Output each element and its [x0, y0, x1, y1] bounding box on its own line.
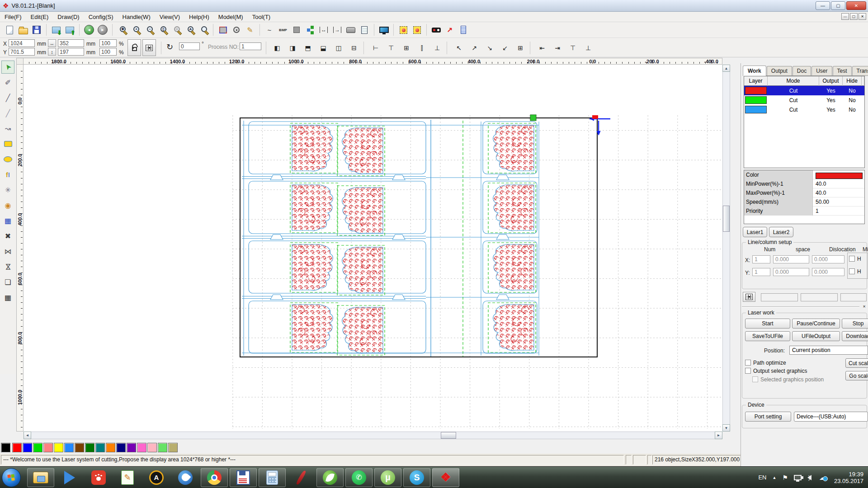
palette-color[interactable]	[23, 443, 32, 452]
palette-color[interactable]	[127, 443, 136, 452]
preview-icon[interactable]	[377, 23, 391, 36]
skype-icon[interactable]: S	[403, 468, 430, 487]
y-scale-field[interactable]: 100	[99, 48, 117, 56]
no-color-button[interactable]	[1, 443, 10, 452]
array-copy-tool-icon[interactable]: ▦	[1, 291, 14, 304]
position-combo[interactable]: Current position	[789, 346, 868, 355]
rect-tool-icon[interactable]	[1, 137, 14, 150]
tab-work[interactable]: Work	[743, 66, 766, 76]
undo-icon[interactable]: ◄	[82, 23, 96, 36]
zoom-page-icon[interactable]: ▯	[156, 23, 170, 36]
layer-row-0[interactable]: CutYesNo	[744, 86, 864, 95]
polyline-tool-icon[interactable]: ╱	[1, 107, 14, 120]
tray-expand-icon[interactable]: ▲	[772, 475, 776, 480]
select-rect-icon[interactable]	[216, 23, 230, 36]
menu-item-tool[interactable]: Tool(T)	[248, 12, 275, 22]
param-row[interactable]: Priority1	[744, 206, 864, 216]
swap-height-button[interactable]: ↕	[48, 48, 56, 56]
machine-icon[interactable]	[344, 23, 358, 36]
redo-icon[interactable]: ►	[96, 23, 109, 36]
align-left-icon[interactable]: ◧	[271, 42, 283, 53]
save-file-icon[interactable]	[30, 23, 43, 36]
x-space-field[interactable]: 0.000	[773, 255, 809, 263]
flat-field-1[interactable]	[761, 293, 798, 301]
x-mirror-checkbox[interactable]	[849, 256, 855, 262]
close-button[interactable]: ✕	[846, 1, 866, 10]
param-row[interactable]: MaxPower(%)-140.0	[744, 188, 864, 197]
dock-left-icon[interactable]: ⇤	[536, 42, 548, 53]
design-canvas[interactable]	[24, 65, 722, 432]
mdi-restore-button[interactable]: ▢	[850, 13, 858, 20]
ellipse-tool-icon[interactable]	[1, 153, 14, 166]
flat-field-2[interactable]	[801, 293, 838, 301]
start-button[interactable]	[2, 468, 21, 487]
palette-color[interactable]	[95, 443, 105, 452]
param-row[interactable]: Speed(mm/s)50.00	[744, 197, 864, 206]
distribute-v-icon[interactable]: ⊥	[431, 42, 443, 53]
move-center-icon[interactable]: ⊞	[514, 42, 526, 53]
align-right-icon[interactable]: ◨	[287, 42, 298, 53]
menu-item-view[interactable]: View(V)	[155, 12, 184, 22]
menu-item-model[interactable]: Model(M)	[214, 12, 248, 22]
new-file-icon[interactable]	[3, 23, 16, 36]
x-position-field[interactable]: 1024	[9, 39, 35, 47]
align-bottom-icon[interactable]: ⬓	[317, 42, 329, 53]
cut-scale-button[interactable]: Cut scale	[845, 358, 868, 368]
palette-color[interactable]	[106, 443, 115, 452]
node-edit-tool-icon[interactable]: ✐	[1, 76, 14, 89]
rdworks-icon[interactable]: ❖	[432, 468, 459, 487]
measure-icon[interactable]	[457, 23, 470, 36]
save-manager-icon[interactable]	[230, 468, 257, 487]
save-to-ufile-button[interactable]: SaveToUFile	[745, 331, 790, 341]
gom-player-icon[interactable]	[85, 468, 112, 487]
same-height-icon[interactable]: ⊤	[385, 42, 397, 53]
delete-tool-icon[interactable]: ✖	[1, 230, 14, 243]
tab-user[interactable]: User	[811, 66, 832, 75]
rotate-icon[interactable]: ↻	[166, 42, 173, 52]
laser-pointer-icon[interactable]: ↗	[443, 23, 457, 36]
start-button[interactable]: Start	[745, 319, 790, 328]
align-center-icon[interactable]: ◫	[333, 42, 344, 53]
same-size-icon[interactable]: ⊞	[401, 42, 412, 53]
same-width-icon[interactable]: ⊢	[370, 42, 382, 53]
chrome-icon[interactable]	[201, 468, 228, 487]
point-tool-icon[interactable]: ✳	[1, 183, 14, 197]
action-center-flag-icon[interactable]: ⚑	[782, 474, 788, 481]
move-topleft-icon[interactable]: ↖	[453, 42, 465, 53]
menu-item-edit[interactable]: Edit(E)	[26, 12, 53, 22]
mirror-v-tool-icon[interactable]: ⋈	[1, 260, 14, 273]
layer-row-1[interactable]: CutYesNo	[744, 95, 864, 105]
move-bottomright-icon[interactable]: ↘	[484, 42, 495, 53]
calculator-icon[interactable]	[259, 468, 286, 487]
menu-item-config[interactable]: Config(S)	[84, 12, 118, 22]
worklist-icon[interactable]	[358, 23, 371, 36]
scroll-right-button[interactable]: ►	[715, 432, 722, 439]
port-setting-button[interactable]: Port setting	[745, 412, 791, 422]
move-topright-icon[interactable]: ↗	[468, 42, 480, 53]
whatsapp-icon[interactable]: ✆	[345, 468, 373, 487]
offset-tool-icon[interactable]: ❏	[1, 276, 14, 289]
zoom-select-icon[interactable]: ▫	[170, 23, 183, 36]
horizontal-scrollbar[interactable]	[24, 432, 722, 439]
cloud-sync-icon[interactable]: ☁	[819, 473, 826, 482]
dimension-h-icon[interactable]: ↔	[317, 23, 330, 36]
align-middle-icon[interactable]: ⊟	[348, 42, 360, 53]
scroll-down-button[interactable]: ▼	[722, 424, 730, 432]
paint-brush-icon[interactable]	[288, 468, 315, 487]
palette-color[interactable]	[33, 443, 42, 452]
layer-row-2[interactable]: CutYesNo	[744, 105, 864, 114]
download-button[interactable]: Download	[842, 331, 868, 341]
taskbar-clock[interactable]: 19:39 23.05.2017	[834, 471, 863, 484]
menu-item-file[interactable]: File(F)	[0, 12, 26, 22]
array-tool-icon[interactable]: ▦	[1, 214, 14, 227]
palette-color[interactable]	[137, 443, 146, 452]
palette-color[interactable]	[147, 443, 157, 452]
width-field[interactable]: 352	[58, 39, 84, 47]
grid-snap-button[interactable]	[142, 39, 156, 56]
zoom-pan-icon[interactable]: ✥	[115, 23, 129, 36]
palette-color[interactable]	[85, 443, 94, 452]
y-space-field[interactable]: 0.000	[773, 268, 809, 276]
x-scale-field[interactable]: 100	[99, 39, 117, 47]
process-no-field[interactable]: 1	[240, 42, 261, 50]
x-num-field[interactable]: 1	[752, 255, 770, 263]
